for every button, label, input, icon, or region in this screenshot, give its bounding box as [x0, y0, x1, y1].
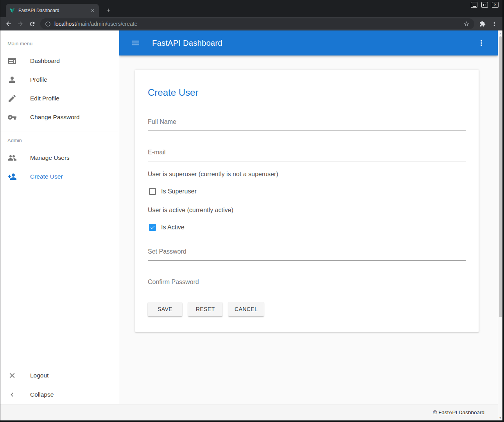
confirm-password-input[interactable]: [148, 275, 466, 291]
sidebar-item-profile[interactable]: Profile: [0, 70, 119, 89]
browser-menu-icon[interactable]: [489, 18, 500, 29]
sidebar-item-collapse[interactable]: Collapse: [0, 385, 119, 404]
sidebar-item-label: Create User: [30, 173, 63, 180]
appbar-title: FastAPI Dashboard: [152, 39, 222, 48]
sidebar-item-change-password[interactable]: Change Password: [0, 108, 119, 127]
sidebar-item-logout[interactable]: Logout: [0, 366, 119, 385]
sidebar-item-label: Collapse: [30, 391, 54, 398]
minimize-button[interactable]: [471, 2, 477, 8]
sidebar-section-main-menu: Main menu: [0, 35, 119, 52]
email-input[interactable]: [148, 145, 466, 161]
address-bar[interactable]: localhost/main/admin/users/create: [40, 18, 474, 29]
checkbox-label: Is Superuser: [161, 188, 197, 195]
person-add-icon: [7, 172, 17, 181]
is-active-checkbox[interactable]: Is Active: [148, 224, 185, 231]
key-icon: [7, 113, 17, 122]
form-actions: SAVE RESET CANCEL: [148, 302, 466, 316]
forward-button[interactable]: [15, 18, 26, 29]
content-area: Create User User is superuser (currently…: [119, 55, 498, 404]
close-x-icon: [7, 371, 17, 380]
sidebar-item-edit-profile[interactable]: Edit Profile: [0, 89, 119, 108]
browser-tab[interactable]: FastAPI Dashboard: [6, 4, 99, 17]
cancel-button[interactable]: CANCEL: [228, 302, 264, 316]
full-name-input[interactable]: [148, 114, 466, 131]
tab-close-icon[interactable]: [90, 7, 96, 14]
reload-button[interactable]: [27, 18, 38, 29]
checkbox-unchecked-icon[interactable]: [149, 188, 156, 195]
extension-icon[interactable]: [477, 18, 488, 29]
browser-toolbar: localhost/main/admin/users/create: [0, 17, 502, 30]
reset-button[interactable]: RESET: [188, 302, 222, 316]
page-viewport: Main menu Dashboard Profile Edit Profile: [0, 30, 502, 420]
window-controls: ✕: [471, 2, 499, 8]
maximize-button[interactable]: [481, 2, 488, 8]
scrollbar-thumb[interactable]: [499, 36, 502, 317]
chevron-left-icon: [7, 390, 17, 399]
close-button[interactable]: ✕: [492, 2, 499, 8]
main-area: FastAPI Dashboard Create User User is su…: [119, 30, 498, 404]
vuetify-logo-icon: [9, 7, 15, 14]
people-icon: [7, 153, 17, 163]
sidebar-item-label: Edit Profile: [30, 95, 59, 102]
browser-titlebar: FastAPI Dashboard ✕: [0, 0, 502, 17]
sidebar: Main menu Dashboard Profile Edit Profile: [0, 30, 119, 404]
scrollbar-up-arrow[interactable]: ▲: [498, 30, 502, 36]
sidebar-item-manage-users[interactable]: Manage Users: [0, 148, 119, 167]
url-text: localhost/main/admin/users/create: [54, 21, 460, 27]
page-scrollbar[interactable]: ▲ ▼: [498, 30, 502, 420]
page-footer: © FastAPI Dashboard: [0, 404, 498, 420]
scrollbar-down-arrow[interactable]: ▼: [498, 415, 502, 420]
copyright-text: © FastAPI Dashboard: [433, 409, 484, 415]
sidebar-item-label: Change Password: [30, 114, 80, 121]
url-host: localhost: [54, 21, 76, 27]
bookmark-star-icon[interactable]: [463, 21, 470, 27]
create-user-card: Create User User is superuser (currently…: [135, 70, 479, 332]
appbar-menu-icon[interactable]: [474, 36, 488, 50]
page-title: Create User: [148, 87, 466, 98]
sidebar-item-label: Logout: [30, 372, 48, 379]
superuser-hint-text: User is superuser (currently is not a su…: [148, 171, 466, 178]
active-hint-text: User is active (currently active): [148, 207, 466, 214]
new-tab-button[interactable]: [104, 5, 113, 15]
pencil-icon: [7, 94, 17, 103]
sidebar-section-admin: Admin: [0, 132, 119, 148]
sidebar-item-label: Manage Users: [30, 154, 70, 161]
browser-window: FastAPI Dashboard ✕ localhost/: [0, 0, 502, 420]
tab-title: FastAPI Dashboard: [18, 8, 86, 13]
hamburger-menu-icon[interactable]: [129, 36, 143, 50]
appbar: FastAPI Dashboard: [119, 30, 498, 55]
checkbox-checked-icon[interactable]: [149, 224, 156, 231]
person-icon: [7, 75, 17, 84]
is-superuser-checkbox[interactable]: Is Superuser: [148, 188, 197, 195]
site-info-icon[interactable]: [45, 21, 51, 27]
sidebar-item-dashboard[interactable]: Dashboard: [0, 52, 119, 70]
checkbox-label: Is Active: [161, 224, 185, 231]
set-password-input[interactable]: [148, 244, 466, 261]
sidebar-item-create-user[interactable]: Create User: [0, 167, 119, 186]
dashboard-icon: [7, 56, 17, 66]
url-path: /main/admin/users/create: [76, 21, 137, 27]
back-button[interactable]: [3, 18, 14, 29]
sidebar-item-label: Dashboard: [30, 57, 60, 64]
save-button[interactable]: SAVE: [148, 302, 182, 316]
sidebar-item-label: Profile: [30, 76, 47, 83]
